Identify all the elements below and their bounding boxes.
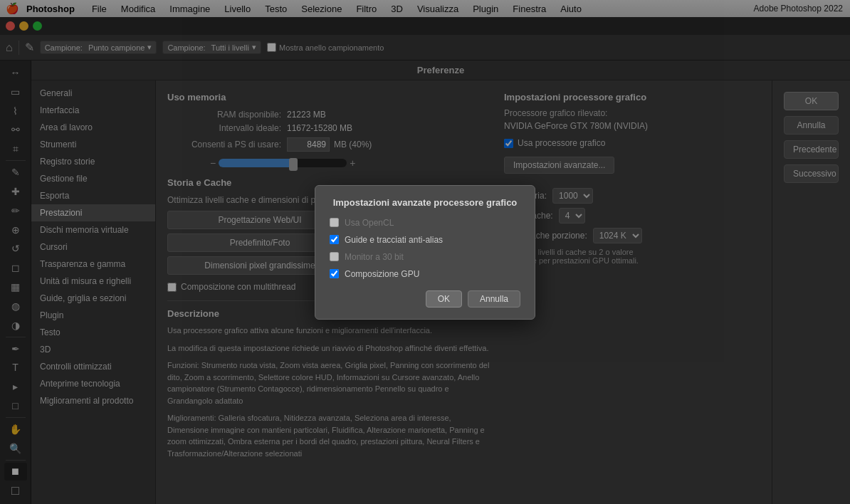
usa-opencl-checkbox bbox=[330, 218, 339, 227]
composizione-gpu-label: Composizione GPU bbox=[345, 269, 419, 279]
usa-opencl-label: Usa OpenCL bbox=[345, 218, 394, 228]
modal-title: Impostazioni avanzate processore grafico bbox=[330, 197, 520, 208]
composizione-gpu-checkbox[interactable] bbox=[330, 269, 339, 278]
modal-ok-button[interactable]: OK bbox=[426, 290, 462, 308]
usa-opencl-row: Usa OpenCL bbox=[330, 218, 520, 228]
modal-overlay[interactable]: Impostazioni avanzate processore grafico… bbox=[0, 0, 850, 504]
monitor-30bit-row: Monitor a 30 bit bbox=[330, 252, 520, 262]
guide-tracciati-row: Guide e tracciati anti-alias bbox=[330, 235, 520, 245]
modal-buttons: OK Annulla bbox=[330, 290, 520, 308]
advanced-gpu-modal: Impostazioni avanzate processore grafico… bbox=[315, 185, 535, 320]
composizione-gpu-row: Composizione GPU bbox=[330, 269, 520, 279]
monitor-30bit-label: Monitor a 30 bit bbox=[345, 252, 404, 262]
monitor-30bit-checkbox bbox=[330, 252, 339, 261]
modal-annulla-button[interactable]: Annulla bbox=[468, 290, 520, 308]
guide-tracciati-checkbox[interactable] bbox=[330, 235, 339, 244]
guide-tracciati-label: Guide e tracciati anti-alias bbox=[345, 235, 443, 245]
